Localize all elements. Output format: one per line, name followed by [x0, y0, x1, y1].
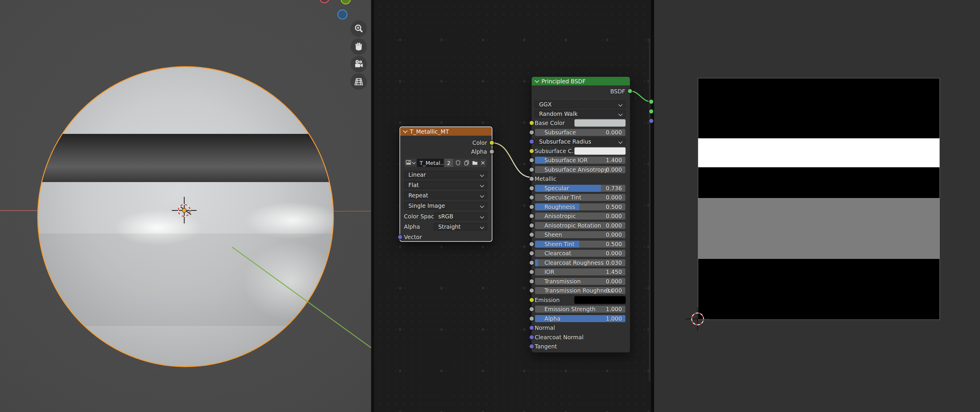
specular-tint-slider[interactable]: Specular Tint 0.000: [535, 193, 626, 201]
socket-subsurface-input[interactable]: [529, 130, 535, 135]
gizmo-x-axis[interactable]: [320, 0, 329, 3]
sheen-slider[interactable]: Sheen 0.000: [535, 231, 626, 239]
transmission-slider[interactable]: Transmission 0.000: [535, 277, 626, 285]
socket-anisotropic-rotation-input[interactable]: [529, 223, 535, 228]
grid-view-button[interactable]: [350, 73, 367, 90]
subsurface-c-swatch[interactable]: [574, 147, 626, 155]
socket-alpha-input[interactable]: [529, 316, 535, 321]
subsurface-radius-dropdown[interactable]: Subsurface Radius: [535, 138, 626, 146]
node-image-texture[interactable]: T_Metallic_MT Color Alpha T_Metal...: [399, 127, 492, 242]
anisotropic-slider[interactable]: Anisotropic 0.000: [535, 212, 626, 220]
metallic-label: Metallic: [535, 175, 556, 183]
interpolation-dropdown[interactable]: Linear: [404, 171, 487, 179]
transmission-roughness-slider[interactable]: Transmission Roughness 0.000: [535, 287, 626, 295]
ior-slider[interactable]: IOR 1.450: [535, 268, 626, 276]
base-color-label: Base Color: [535, 119, 565, 127]
image-icon: [406, 160, 412, 166]
users-count-button[interactable]: 2: [444, 159, 453, 167]
socket-color-output[interactable]: [489, 140, 495, 146]
node-header[interactable]: Principled BSDF: [532, 77, 630, 86]
socket-clearcoat-input[interactable]: [529, 250, 535, 256]
image-browser-button[interactable]: [404, 159, 416, 167]
socket-emission-input[interactable]: [529, 297, 535, 303]
specular-slider[interactable]: Specular 0.736: [535, 184, 626, 192]
collapse-chevron-icon[interactable]: [403, 128, 408, 133]
chevron-down-icon: [480, 225, 484, 229]
node-title: T_Metallic_MT: [410, 128, 449, 135]
normal-label: Normal: [535, 324, 555, 331]
subsurface-anisotropy-slider[interactable]: Subsurface Anisotropy 0.000: [535, 166, 626, 173]
clearcoat-roughness-slider[interactable]: Clearcoat Roughness 0.030: [535, 259, 626, 266]
socket-subsurface-anisotropy-input[interactable]: [529, 167, 535, 172]
open-image-button[interactable]: [471, 159, 479, 167]
socket-normal-input[interactable]: [529, 325, 535, 330]
emission-swatch[interactable]: [574, 296, 626, 304]
shield-icon: [455, 160, 461, 166]
socket-tangent-input[interactable]: [529, 344, 535, 349]
socket-sheen-tint-input[interactable]: [529, 241, 535, 247]
gizmo-z-axis[interactable]: [338, 10, 347, 19]
node-principled-bsdf[interactable]: Principled BSDF BSDF GGX Random WalkBase…: [531, 76, 630, 353]
alpha-mode-dropdown[interactable]: Straight: [434, 223, 487, 231]
roughness-slider[interactable]: Roughness 0.500: [535, 203, 626, 211]
image-name-field[interactable]: T_Metal...: [417, 159, 444, 167]
image-stripe-2: [698, 167, 940, 198]
socket-subsurface-c-input[interactable]: [529, 148, 535, 154]
tangent-label: Tangent: [535, 342, 557, 350]
unlink-button[interactable]: [479, 159, 487, 167]
editor-divider[interactable]: [371, 0, 374, 412]
camera-view-button[interactable]: [350, 56, 367, 73]
pan-button[interactable]: [350, 38, 367, 55]
socket-bsdf-output[interactable]: [627, 89, 633, 94]
scrollbar[interactable]: [649, 38, 650, 381]
socket-emission-strength-input[interactable]: [529, 306, 535, 312]
socket-anisotropic-input[interactable]: [529, 213, 535, 219]
socket-alpha-output[interactable]: [489, 149, 495, 154]
sheen-tint-slider[interactable]: Sheen Tint 0.500: [535, 240, 626, 248]
socket-subsurface-ior-input[interactable]: [529, 157, 535, 163]
viewport-3d[interactable]: [0, 0, 372, 412]
editor-divider[interactable]: [651, 0, 654, 412]
socket-roughness-input[interactable]: [529, 204, 535, 209]
gizmo-y-axis[interactable]: [341, 0, 350, 4]
chevron-down-icon: [618, 103, 622, 107]
base-color-swatch[interactable]: [574, 119, 626, 127]
clearcoat-slider[interactable]: Clearcoat 0.000: [535, 249, 626, 257]
socket-specular-input[interactable]: [529, 185, 535, 191]
color-space-dropdown[interactable]: sRGB: [434, 212, 487, 220]
random-walk-dropdown[interactable]: Random Walk: [535, 110, 626, 117]
projection-dropdown[interactable]: Flat: [404, 181, 487, 189]
socket-transmission-roughness-input[interactable]: [529, 288, 535, 293]
ggx-dropdown[interactable]: GGX: [535, 100, 626, 108]
new-image-button[interactable]: [463, 159, 471, 167]
socket-vector-input[interactable]: [398, 235, 403, 240]
zoom-button[interactable]: [350, 21, 367, 37]
nav-gizmo[interactable]: [320, 0, 350, 19]
socket-clearcoat-normal-input[interactable]: [529, 334, 535, 340]
grid-icon: [352, 75, 366, 89]
socket-base-color-input[interactable]: [529, 120, 535, 125]
socket-ior-input[interactable]: [529, 269, 535, 274]
subsurface-ior-slider[interactable]: Subsurface IOR 1.400: [535, 156, 626, 164]
subsurface-slider[interactable]: Subsurface 0.000: [535, 128, 626, 136]
node-header[interactable]: T_Metallic_MT: [400, 127, 492, 136]
collapse-chevron-icon[interactable]: [535, 78, 539, 83]
input-label-vector: Vector: [404, 233, 422, 241]
socket-displacement-input[interactable]: [649, 118, 654, 124]
socket-volume-input[interactable]: [649, 109, 654, 114]
socket-surface-input[interactable]: [649, 99, 654, 104]
fake-user-button[interactable]: [454, 159, 462, 167]
socket-clearcoat-roughness-input[interactable]: [529, 260, 535, 265]
socket-metallic-input[interactable]: [529, 176, 535, 181]
socket-specular-tint-input[interactable]: [529, 195, 535, 200]
alpha-slider[interactable]: Alpha 1.000: [535, 315, 626, 322]
socket-subsurface-radius-input[interactable]: [529, 139, 535, 144]
source-dropdown[interactable]: Single Image: [404, 202, 487, 209]
anisotropic-rotation-slider[interactable]: Anisotropic Rotation 0.000: [535, 222, 626, 229]
socket-sheen-input[interactable]: [529, 232, 535, 237]
emission-strength-slider[interactable]: Emission Strength 1.000: [535, 305, 626, 313]
socket-transmission-input[interactable]: [529, 279, 535, 284]
image-editor[interactable]: [654, 0, 980, 412]
extension-dropdown[interactable]: Repeat: [404, 192, 487, 199]
sphere-object[interactable]: [37, 66, 334, 367]
